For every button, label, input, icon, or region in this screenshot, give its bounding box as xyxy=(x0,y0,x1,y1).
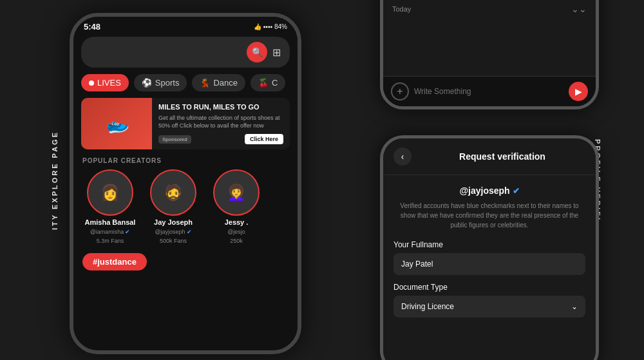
verification-screen: ‹ Request verification @jayjoseph ✔ Veri… xyxy=(383,138,596,360)
ad-banner: 👟 MILES TO RUN, MILES TO GO Get all the … xyxy=(81,98,290,149)
tab-dance-label: Dance xyxy=(213,78,238,88)
hashtag-section: #justdance xyxy=(73,247,298,277)
chat-message-area: Don't cancel the plan this time. LOL 🦉🦉 … xyxy=(383,0,596,76)
ad-image: 👟 xyxy=(81,98,152,149)
phone-chat: Don't cancel the plan this time. LOL 🦉🦉 … xyxy=(380,0,599,109)
tab-lives-label: LIVES xyxy=(97,78,121,88)
verify-username: @jayjoseph ✔ xyxy=(393,185,585,196)
status-icons: 👍 ▪▪▪▪ 84% xyxy=(254,23,287,30)
date-label: Today xyxy=(392,5,411,13)
creator-fans-jessy: 250k xyxy=(230,238,243,244)
search-button[interactable]: 🔍 xyxy=(247,42,267,62)
document-type-label: Document Type xyxy=(393,283,585,292)
creator-avatar-jessy: 👩‍🦱 xyxy=(213,169,260,216)
ad-content: MILES TO RUN, MILES TO GO Get all the ul… xyxy=(152,98,290,149)
verify-body: @jayjoseph ✔ Verified accounts have blue… xyxy=(383,175,596,360)
send-button[interactable]: ▶ xyxy=(569,82,588,101)
chevron-down-icon: ⌄⌄ xyxy=(571,4,587,14)
search-bar[interactable]: 🔍 ⊞ xyxy=(81,37,290,68)
creator-avatar-amisha: 👩 xyxy=(87,169,133,216)
phone-left: 5:48 👍 ▪▪▪▪ 84% 🔍 ⊞ LIVES ⚽ Sports xyxy=(70,13,301,354)
tab-sports-icon: ⚽ xyxy=(142,78,152,88)
status-bar: 5:48 👍 ▪▪▪▪ 84% xyxy=(73,17,298,34)
verify-header: ‹ Request verification xyxy=(383,138,596,175)
document-type-select[interactable]: Driving Licence Passport National ID Oth… xyxy=(393,296,585,317)
sponsored-badge: Sponsored xyxy=(158,135,191,144)
tab-dance[interactable]: 💃 Dance xyxy=(192,74,245,91)
chat-input-bar: + ▶ xyxy=(383,76,596,106)
popular-creators-title: POPULAR CREATORS xyxy=(73,152,298,167)
shoe-icon: 👟 xyxy=(102,110,131,138)
creator-card-amisha[interactable]: 👩 Amisha Bansal @iamamisha ✔ 5.3m Fans xyxy=(81,169,139,244)
ad-title: MILES TO RUN, MILES TO GO xyxy=(158,103,283,111)
category-tabs: LIVES ⚽ Sports 💃 Dance 🍒 C xyxy=(73,70,298,95)
creator-name-amisha: Amisha Bansal xyxy=(85,218,136,226)
signal-icon: ▪▪▪▪ xyxy=(263,23,272,30)
chat-input[interactable] xyxy=(414,87,564,96)
tab-more-label: C xyxy=(272,78,278,88)
status-time: 5:48 xyxy=(84,22,100,32)
creator-handle-jay: @jayjoseph ✔ xyxy=(155,229,191,235)
ad-footer: Sponsored Click Here xyxy=(158,134,283,144)
left-vertical-label: ITY EXPLORE PAGE xyxy=(51,131,59,230)
creator-fans-jay: 500k Fans xyxy=(160,238,187,244)
tab-sports[interactable]: ⚽ Sports xyxy=(134,74,187,91)
status-thumb-icon: 👍 xyxy=(254,23,261,30)
click-here-button[interactable]: Click Here xyxy=(245,134,283,144)
grid-icon[interactable]: ⊞ xyxy=(272,46,281,59)
creator-handle-amisha: @iamamisha ✔ xyxy=(90,229,131,235)
explore-screen: 5:48 👍 ▪▪▪▪ 84% 🔍 ⊞ LIVES ⚽ Sports xyxy=(73,17,298,350)
creator-card-jay[interactable]: 🧔 Jay Joseph @jayjoseph ✔ 500k Fans xyxy=(144,169,202,244)
hashtag-pill[interactable]: #justdance xyxy=(82,253,147,270)
ad-description: Get all the ultimate collection of sport… xyxy=(158,115,283,129)
fullname-input[interactable] xyxy=(393,253,585,275)
creator-handle-jessy: @jesjo xyxy=(227,229,245,235)
creator-card-jessy[interactable]: 👩‍🦱 Jessy . @jesjo 250k xyxy=(207,169,265,244)
live-dot xyxy=(89,81,94,86)
verify-description: Verified accounts have blue checkmarks n… xyxy=(393,201,585,230)
tab-sports-label: Sports xyxy=(155,78,180,88)
phone-verification: ‹ Request verification @jayjoseph ✔ Veri… xyxy=(380,135,599,360)
battery-icon: 84% xyxy=(274,23,287,30)
verified-icon-amisha: ✔ xyxy=(125,229,130,235)
fullname-label: Your Fullname xyxy=(393,240,585,249)
creator-name-jay: Jay Joseph xyxy=(154,218,193,226)
back-button[interactable]: ‹ xyxy=(393,147,412,166)
add-media-button[interactable]: + xyxy=(391,82,409,100)
creator-avatar-jay: 🧔 xyxy=(150,169,196,216)
creators-list: 👩 Amisha Bansal @iamamisha ✔ 5.3m Fans 🧔… xyxy=(73,167,298,247)
document-type-select-wrapper: Driving Licence Passport National ID Oth… xyxy=(393,296,585,317)
tab-dance-icon: 💃 xyxy=(200,78,210,88)
tab-lives[interactable]: LIVES xyxy=(81,74,129,91)
tab-more[interactable]: 🍒 C xyxy=(251,74,285,91)
tab-more-icon: 🍒 xyxy=(258,78,269,88)
creator-fans-amisha: 5.3m Fans xyxy=(97,238,124,244)
verify-title: Request verification xyxy=(419,151,585,162)
chat-screen: Don't cancel the plan this time. LOL 🦉🦉 … xyxy=(383,0,596,106)
date-divider: Today ⌄⌄ xyxy=(392,1,587,17)
verified-icon-jay: ✔ xyxy=(187,229,192,235)
blue-checkmark-icon: ✔ xyxy=(513,186,520,196)
creator-name-jessy: Jessy . xyxy=(225,218,249,226)
